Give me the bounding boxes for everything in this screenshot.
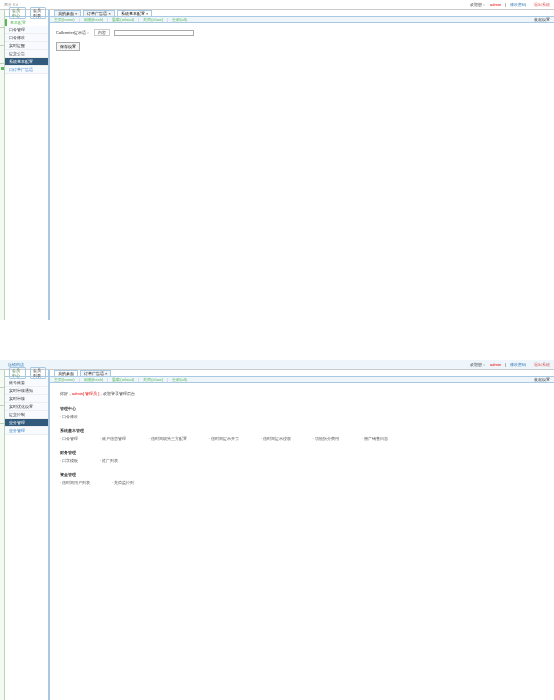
tab-desktop[interactable]: 我的桌面 × [54, 10, 81, 16]
quick-link[interactable]: · 功能拆分费用 [313, 436, 339, 441]
prefix-box[interactable]: 内容 [94, 29, 110, 36]
tab-bar: 我的桌面 × 订单广告语 × 系统基本配置 × [50, 10, 554, 17]
save-button[interactable]: 保存设置 [56, 42, 80, 51]
status-home-b[interactable]: 主页(home) [54, 377, 75, 382]
sidebar-item[interactable]: 提交公告 [5, 50, 48, 58]
status-all[interactable]: 全部(all) [172, 17, 187, 22]
content-canvas-b: 你好，admin[ 管理员 ]，欢迎登录管理后台 管理中心 · 口令修改 系统基… [50, 383, 554, 700]
sec-mgmt-center: 管理中心 [56, 402, 548, 413]
form-label: Callcenter提示语： [56, 30, 90, 35]
welcome-line: 你好，admin[ 管理员 ]，欢迎登录管理后台 [56, 389, 548, 398]
quick-link[interactable]: · 口令管理 [60, 436, 78, 441]
rail-indicator-icon [1, 67, 4, 70]
quick-link[interactable]: · 佣产销售日志 [361, 436, 387, 441]
tab-ad[interactable]: 订单广告语 × [83, 10, 114, 16]
sidebar-pill-a-b[interactable]: 会员中心 [9, 367, 26, 379]
status-reload-b[interactable]: 重载(reload) [112, 377, 134, 382]
user-name: admin [490, 2, 501, 7]
sidebar-b: 会员中心 会员列表 账号账套 实时审核通知 实时审核 实时优化设置 提交控制 业… [5, 370, 49, 700]
sidebar-item[interactable]: 实时审核通知 [5, 387, 48, 395]
logout-link[interactable]: 退出系统 [534, 2, 550, 7]
sidebar-item[interactable]: 实时审核 [5, 395, 48, 403]
quick-link[interactable]: · 口字模板 [60, 458, 78, 463]
user-label: 欢迎您： [470, 2, 486, 7]
tab-bar-b: 我的桌面 订单广告语 × [50, 370, 554, 377]
tab-sysconfig[interactable]: 系统基本配置 × [117, 10, 152, 16]
sidebar-item[interactable]: 口令管理 [5, 26, 48, 34]
sidebar-group-sysconfig[interactable]: 系统基本配置 [5, 58, 48, 66]
sec-data: 财务管理 [56, 446, 548, 457]
status-close-b[interactable]: 关闭(close) [143, 377, 163, 382]
quick-link[interactable]: · 充值监控列 [112, 480, 134, 485]
sidebar-pill-b-b[interactable]: 会员列表 [30, 367, 47, 379]
quick-link[interactable]: · 口令修改 [60, 414, 78, 419]
change-password-link[interactable]: 修改密码 [510, 2, 526, 7]
quick-link[interactable]: · 信时间级第三方配置 [148, 436, 186, 441]
sidebar-item[interactable]: 账号账套 [5, 379, 48, 387]
collapse-toggle-b[interactable]: 收起设置 [534, 377, 550, 382]
sidebar-item[interactable]: 实时优化设置 [5, 403, 48, 411]
change-password-link-b[interactable]: 修改密码 [510, 362, 526, 367]
collapse-toggle[interactable]: 收起设置 [534, 17, 550, 22]
sidebar-item[interactable]: 提交控制 [5, 411, 48, 419]
quick-link[interactable]: · 账户信息管理 [100, 436, 126, 441]
status-home[interactable]: 主页(home) [54, 17, 75, 22]
status-close[interactable]: 关闭(close) [143, 17, 163, 22]
quick-link[interactable]: · 推广列表 [100, 458, 118, 463]
sidebar-pill-b[interactable]: 会员列表 [30, 7, 47, 19]
header: 商务 Kit 欢迎您： admin | 修改密码 退出系统 [0, 0, 554, 10]
status-all-b[interactable]: 全部(all) [172, 377, 187, 382]
app-bottom-instance: 连锁药店 欢迎您： admin | 修改密码 退出系统 会员中心 会员列表 账号… [0, 360, 554, 700]
app-top-instance: 商务 Kit 欢迎您： admin | 修改密码 退出系统 会员中心 会员列表 … [0, 0, 554, 320]
status-fresh-b[interactable]: 刷新(fresh) [84, 377, 104, 382]
quick-link[interactable]: · 信时间提示授权 [261, 436, 291, 441]
sidebar-item[interactable]: 实时提醒 [5, 42, 48, 50]
sidebar-item-biz[interactable]: 业务管理 [5, 427, 48, 435]
user-name-b: admin [490, 362, 501, 367]
sidebar-pill-a[interactable]: 会员中心 [9, 7, 26, 19]
user-label-b: 欢迎您： [470, 362, 486, 367]
quick-link[interactable]: · 信时间提示开票 [209, 436, 239, 441]
status-reload[interactable]: 重载(reload) [112, 17, 134, 22]
tab-ad-b[interactable]: 订单广告语 × [80, 370, 111, 376]
sidebar-item[interactable]: 口令修改 [5, 34, 48, 42]
status-fresh[interactable]: 刷新(fresh) [84, 17, 104, 22]
sidebar-group-biz[interactable]: 业务管理 [5, 419, 48, 427]
sec-fin: 资金管理 [56, 468, 548, 479]
logout-link-b[interactable]: 退出系统 [534, 362, 550, 367]
content-canvas: Callcenter提示语： 内容 保存设置 [50, 23, 554, 320]
tab-desktop-b[interactable]: 我的桌面 [54, 370, 78, 376]
sidebar-item-ad[interactable]: 口订单广告语 [5, 66, 48, 74]
callcenter-input[interactable] [114, 30, 194, 36]
quick-link[interactable]: · 信时间用户列表 [60, 480, 90, 485]
header-b: 连锁药店 欢迎您： admin | 修改密码 退出系统 [0, 360, 554, 370]
sec-basic: 系统基本管理 [56, 424, 548, 435]
sidebar: 会员中心 会员列表 基本配置 口令管理 口令修改 实时提醒 提交公告 系统基本配… [5, 10, 49, 320]
sidebar-group-basic[interactable]: 基本配置 [5, 19, 48, 26]
